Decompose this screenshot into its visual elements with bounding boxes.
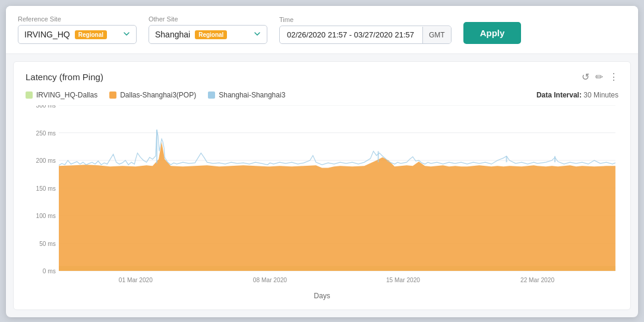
svg-text:150 ms: 150 ms xyxy=(36,185,56,192)
svg-text:15 Mar 2020: 15 Mar 2020 xyxy=(386,277,420,283)
svg-text:300 ms: 300 ms xyxy=(36,105,56,109)
gmt-badge: GMT xyxy=(422,27,451,43)
chart-title: Latency (from Ping) xyxy=(26,72,103,82)
other-site-select[interactable]: Shanghai Regional xyxy=(149,25,267,44)
legend-color-shanghai-shanghai3 xyxy=(208,91,215,99)
svg-text:50 ms: 50 ms xyxy=(39,241,56,247)
chart-svg: 300 ms 250 ms 200 ms 150 ms 100 ms 50 ms… xyxy=(26,105,618,289)
svg-text:22 Mar 2020: 22 Mar 2020 xyxy=(520,277,554,283)
more-options-icon[interactable]: ⋮ xyxy=(609,71,618,83)
x-axis-label: Days xyxy=(26,292,618,300)
time-group: Time GMT xyxy=(279,16,452,44)
reference-site-value: IRVING_HQ xyxy=(24,30,70,39)
time-range-input[interactable] xyxy=(280,26,422,43)
edit-icon[interactable]: ✏ xyxy=(595,71,603,83)
legend-color-dallas-shanghai xyxy=(109,91,116,99)
reference-site-select[interactable]: IRVING_HQ Regional xyxy=(18,25,137,44)
data-interval: Data Interval: 30 Minutes xyxy=(536,91,618,99)
refresh-icon[interactable]: ↺ xyxy=(582,71,589,83)
svg-text:200 ms: 200 ms xyxy=(36,157,56,164)
toolbar: Reference Site IRVING_HQ Regional Other … xyxy=(6,6,638,54)
chevron-down-icon xyxy=(123,29,130,40)
other-site-label: Other Site xyxy=(149,15,267,23)
legend-item-irving-dallas: IRVING_HQ-Dallas xyxy=(26,91,97,99)
apply-button[interactable]: Apply xyxy=(463,22,522,44)
legend-label-irving-dallas: IRVING_HQ-Dallas xyxy=(36,91,97,99)
reference-site-label: Reference Site xyxy=(18,15,137,23)
chart-legend: IRVING_HQ-Dallas Dallas-Shanghai3(POP) S… xyxy=(26,91,618,99)
other-site-badge: Regional xyxy=(195,30,227,39)
reference-site-group: Reference Site IRVING_HQ Regional xyxy=(18,15,137,44)
chevron-down-icon xyxy=(254,29,261,40)
svg-text:250 ms: 250 ms xyxy=(36,130,56,137)
other-site-value: Shanghai xyxy=(155,30,190,39)
legend-label-dallas-shanghai: Dallas-Shanghai3(POP) xyxy=(120,91,196,99)
chart-controls: ↺ ✏ ⋮ xyxy=(582,71,618,83)
svg-marker-20 xyxy=(59,142,615,271)
svg-text:08 Mar 2020: 08 Mar 2020 xyxy=(253,277,287,283)
svg-text:01 Mar 2020: 01 Mar 2020 xyxy=(119,277,153,283)
data-interval-label: Data Interval: xyxy=(536,91,582,99)
data-interval-value: 30 Minutes xyxy=(583,91,618,99)
svg-text:100 ms: 100 ms xyxy=(36,213,56,219)
chart-area: 300 ms 250 ms 200 ms 150 ms 100 ms 50 ms… xyxy=(26,105,618,289)
time-label: Time xyxy=(279,16,452,23)
time-range-input-wrapper: GMT xyxy=(279,26,452,44)
legend-label-shanghai-shanghai3: Shanghai-Shanghai3 xyxy=(219,91,285,99)
chart-header: Latency (from Ping) ↺ ✏ ⋮ xyxy=(26,71,618,83)
legend-color-irving-dallas xyxy=(26,91,33,99)
legend-item-shanghai-shanghai3: Shanghai-Shanghai3 xyxy=(208,91,285,99)
legend-item-dallas-shanghai: Dallas-Shanghai3(POP) xyxy=(109,91,196,99)
svg-text:0 ms: 0 ms xyxy=(43,268,56,274)
reference-site-badge: Regional xyxy=(75,30,107,39)
app-window: Reference Site IRVING_HQ Regional Other … xyxy=(6,6,638,317)
chart-section: Latency (from Ping) ↺ ✏ ⋮ IRVING_HQ-Dall… xyxy=(13,61,631,310)
other-site-group: Other Site Shanghai Regional xyxy=(149,15,267,44)
